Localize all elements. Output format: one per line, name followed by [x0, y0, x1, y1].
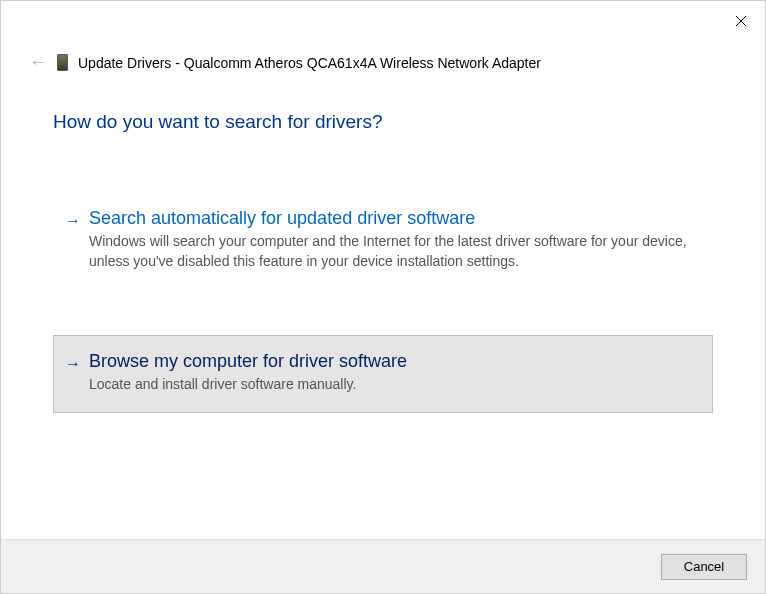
- option-text: Search automatically for updated driver …: [89, 208, 693, 271]
- option-description: Locate and install driver software manua…: [89, 375, 693, 395]
- option-description: Windows will search your computer and th…: [89, 232, 693, 271]
- arrow-right-icon: →: [65, 355, 81, 373]
- footer-bar: Cancel: [1, 539, 765, 593]
- content-area: How do you want to search for drivers? →…: [1, 73, 765, 413]
- header-row: ← Update Drivers - Qualcomm Atheros QCA6…: [1, 1, 765, 73]
- header-title: Update Drivers - Qualcomm Atheros QCA61x…: [78, 55, 541, 71]
- option-search-automatically[interactable]: → Search automatically for updated drive…: [53, 192, 713, 289]
- option-title: Search automatically for updated driver …: [89, 208, 693, 229]
- device-icon: [57, 54, 68, 71]
- arrow-right-icon: →: [65, 212, 81, 230]
- option-browse-computer[interactable]: → Browse my computer for driver software…: [53, 335, 713, 413]
- options-list: → Search automatically for updated drive…: [53, 192, 713, 413]
- option-title: Browse my computer for driver software: [89, 351, 693, 372]
- cancel-button[interactable]: Cancel: [661, 554, 747, 580]
- back-arrow-icon: ←: [29, 52, 47, 73]
- close-button[interactable]: [731, 11, 751, 31]
- close-icon: [735, 15, 747, 27]
- main-heading: How do you want to search for drivers?: [53, 111, 713, 133]
- option-text: Browse my computer for driver software L…: [89, 351, 693, 395]
